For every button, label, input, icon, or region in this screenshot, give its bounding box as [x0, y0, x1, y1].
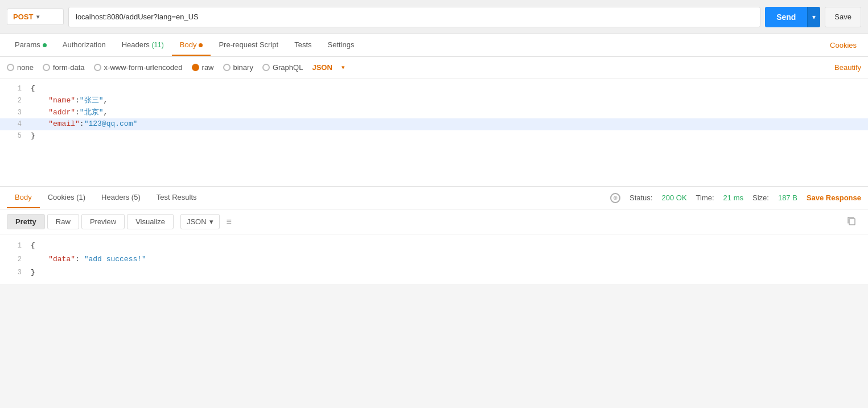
resp-line-num-2: 2 [5, 254, 22, 266]
radio-form-data-circle [43, 64, 50, 71]
req-code-2: "name":"张三", [31, 95, 863, 107]
tab-params[interactable]: Params [7, 35, 55, 56]
radio-raw-label: raw [202, 63, 214, 72]
save-response-button[interactable]: Save Response [807, 193, 861, 202]
resp-format-label: JSON [187, 217, 207, 226]
resp-line-num-1: 1 [5, 240, 22, 253]
req-code-4: "email":"123@qq.com" [31, 118, 863, 130]
send-dropdown-button[interactable]: ▾ [807, 7, 820, 27]
resp-tab-headers[interactable]: Headers (5) [93, 187, 149, 208]
resp-tab-body[interactable]: Body [7, 187, 40, 208]
filter-icon[interactable]: ≡ [227, 217, 232, 227]
tab-body[interactable]: Body [172, 35, 211, 56]
resp-format-select[interactable]: JSON ▾ [180, 214, 220, 229]
radio-form-data[interactable]: form-data [43, 63, 85, 72]
copy-icon[interactable] [842, 213, 861, 230]
radio-raw[interactable]: raw [192, 63, 214, 72]
response-tabs: Body Cookies (1) Headers (5) Test Result… [0, 187, 868, 209]
params-dot [43, 43, 47, 47]
tab-tests[interactable]: Tests [286, 35, 319, 56]
top-bar: POST ▾ Send ▾ Save [0, 0, 868, 34]
response-body-editor[interactable]: 1 { 2 "data": "add success!" 3 } [0, 234, 868, 284]
req-line-5: 5 } [0, 130, 868, 142]
req-line-3: 3 "addr":"北京", [0, 107, 868, 119]
resp-status-bar: ⊕ Status: 200 OK Time: 21 ms Size: 187 B… [610, 193, 861, 203]
save-button[interactable]: Save [825, 7, 861, 27]
status-label: Status: [630, 193, 652, 202]
headers-badge: (11) [151, 41, 163, 49]
line-num-3: 3 [5, 108, 22, 118]
resp-format-chevron: ▾ [209, 217, 213, 226]
req-line-1: 1 { [0, 83, 868, 95]
tab-tests-label: Tests [294, 40, 311, 49]
tab-params-label: Params [15, 40, 40, 49]
radio-none-label: none [17, 63, 34, 72]
radio-none-circle [7, 64, 14, 71]
size-label: Size: [752, 193, 769, 202]
request-tabs: Params Authorization Headers (11) Body P… [0, 34, 868, 57]
req-line-2: 2 "name":"张三", [0, 95, 868, 107]
method-chevron-icon: ▾ [36, 14, 39, 20]
tab-body-label: Body [180, 40, 197, 49]
response-section: Body Cookies (1) Headers (5) Test Result… [0, 187, 868, 284]
radio-binary[interactable]: binary [223, 63, 253, 72]
send-button-group: Send ▾ [765, 7, 820, 27]
resp-tab-body-label: Body [15, 193, 32, 201]
radio-binary-label: binary [233, 63, 253, 72]
svg-rect-0 [849, 219, 855, 225]
tab-authorization[interactable]: Authorization [55, 35, 114, 56]
json-dropdown-icon[interactable]: ▾ [342, 64, 345, 71]
url-input[interactable] [68, 7, 760, 27]
json-format-label: JSON [312, 63, 332, 72]
line-num-1: 1 [5, 84, 22, 94]
line-num-2: 2 [5, 96, 22, 106]
radio-urlencoded-label: x-www-form-urlencoded [104, 63, 183, 72]
resp-tab-test-results-label: Test Results [157, 193, 197, 201]
radio-urlencoded-circle [94, 64, 101, 71]
radio-form-data-label: form-data [53, 63, 85, 72]
resp-tab-headers-label: Headers (5) [101, 193, 141, 201]
resp-code-1: { [31, 239, 863, 252]
tab-settings[interactable]: Settings [320, 35, 363, 56]
resp-code-2: "data": "add success!" [31, 253, 863, 266]
req-code-3: "addr":"北京", [31, 107, 863, 119]
tab-prerequest[interactable]: Pre-request Script [211, 35, 286, 56]
radio-none[interactable]: none [7, 63, 34, 72]
resp-view-visualize[interactable]: Visualize [127, 214, 174, 229]
line-num-4: 4 [5, 119, 22, 130]
resp-code-3: } [31, 266, 863, 279]
radio-graphql-label: GraphQL [273, 63, 303, 72]
req-code-1: { [31, 83, 863, 95]
beautify-button[interactable]: Beautify [834, 63, 861, 72]
resp-view-pretty[interactable]: Pretty [7, 214, 45, 229]
body-type-bar: none form-data x-www-form-urlencoded raw… [0, 57, 868, 79]
time-label: Time: [696, 193, 714, 202]
radio-raw-circle [192, 64, 199, 71]
cookies-link[interactable]: Cookies [825, 41, 861, 50]
radio-graphql-circle [262, 64, 270, 71]
resp-line-2: 2 "data": "add success!" [0, 253, 868, 266]
tab-headers-label: Headers [122, 40, 152, 49]
send-button[interactable]: Send [765, 7, 807, 27]
resp-view-preview[interactable]: Preview [81, 214, 125, 229]
radio-binary-circle [223, 64, 231, 71]
request-body-editor[interactable]: 1 { 2 "name":"张三", 3 "addr":"北京", 4 "ema… [0, 79, 868, 187]
resp-tab-cookies[interactable]: Cookies (1) [40, 187, 93, 208]
tab-settings-label: Settings [328, 40, 355, 49]
tab-headers[interactable]: Headers (11) [114, 35, 172, 56]
status-value: 200 OK [661, 193, 686, 202]
resp-line-1: 1 { [0, 239, 868, 253]
resp-tab-test-results[interactable]: Test Results [149, 187, 205, 208]
resp-toolbar: Pretty Raw Preview Visualize JSON ▾ ≡ [0, 209, 868, 234]
resp-line-3: 3 } [0, 266, 868, 279]
method-label: POST [13, 13, 33, 21]
body-dot [199, 43, 203, 47]
radio-graphql[interactable]: GraphQL [262, 63, 303, 72]
size-value: 187 B [778, 193, 797, 202]
tab-prerequest-label: Pre-request Script [219, 40, 278, 49]
radio-urlencoded[interactable]: x-www-form-urlencoded [94, 63, 183, 72]
resp-view-raw[interactable]: Raw [47, 214, 79, 229]
time-value: 21 ms [723, 193, 743, 202]
method-select[interactable]: POST ▾ [7, 9, 64, 25]
req-line-4: 4 "email":"123@qq.com" [0, 118, 868, 130]
